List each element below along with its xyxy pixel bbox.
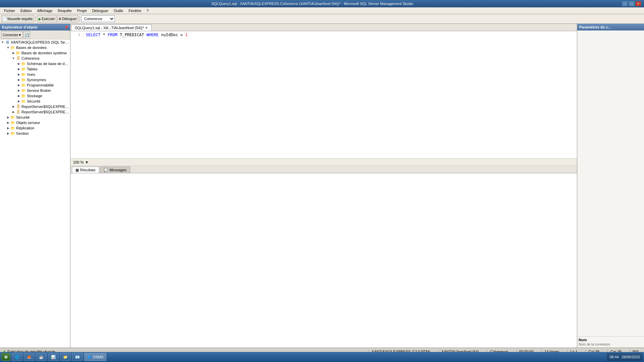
tree-icon-databases: 📁 <box>10 45 15 50</box>
new-query-button[interactable]: 📄 Nouvelle requête <box>1 15 34 22</box>
props-header: Paramètres de c... <box>577 24 644 31</box>
tree-expand-system-dbs[interactable]: ▶ <box>11 51 15 55</box>
tray-date: 28/06/2015 <box>622 355 640 359</box>
sql-from: FROM <box>108 33 117 37</box>
menu-bar: Fichier Edition Affichage Requête Projet… <box>0 7 644 14</box>
menu-edition[interactable]: Edition <box>18 8 35 13</box>
tree-expand-server-objects[interactable]: ▶ <box>6 121 10 125</box>
tree-node-service-broker[interactable]: ▶📁Service Broker <box>0 88 70 93</box>
tree-node-report-server-temp[interactable]: ▶🗄ReportServer$SQLEXPRESSTempD... <box>0 109 70 115</box>
tree-node-programmability[interactable]: ▶📁Programmabilité <box>0 82 70 88</box>
oe-refresh-button[interactable]: 🔄 <box>23 31 30 39</box>
debug-button[interactable]: ⚙ Déboguer <box>57 15 78 22</box>
tree-expand-server[interactable]: ▼ <box>1 40 5 44</box>
results-area: ▦ Résultats 💬 Messages <box>70 166 577 348</box>
tree-expand-service-broker[interactable]: ▶ <box>17 88 21 93</box>
title-bar: SQLQuery1.sql - XANTIA\SQLEXPRESS.Cohere… <box>0 0 644 7</box>
tree-expand-schemas[interactable]: ▶ <box>17 62 21 66</box>
sql-editor[interactable]: 1 SELECT * FROM T_PREDICAT WHERE nuIdDoc… <box>70 31 577 159</box>
new-query-label: Nouvelle requête <box>7 17 33 21</box>
tree-node-views[interactable]: ▶📁Vues <box>0 72 70 77</box>
tree-expand-programmability[interactable]: ▶ <box>17 83 21 87</box>
maximize-button[interactable]: □ <box>629 1 635 6</box>
tree-expand-storage[interactable]: ▶ <box>17 94 21 98</box>
results-grid[interactable] <box>70 173 577 348</box>
tree-node-security[interactable]: ▶📁Sécurité <box>0 115 70 120</box>
tree-node-schemas[interactable]: ▶📁Schémas de base de données <box>0 61 70 66</box>
sql-space5 <box>159 33 161 37</box>
taskbar-firefox[interactable]: 🦊 <box>24 353 35 361</box>
tree-label-server: XANTIA\SQLEXPRESS (SQL Server 12.0.200..… <box>10 40 69 44</box>
tree-node-system-dbs[interactable]: ▶📁Bases de données système <box>0 50 70 56</box>
tree-label-synonyms: Synonymes <box>26 78 46 82</box>
execute-button[interactable]: ▶ Exécuter <box>37 15 56 22</box>
tree-expand-replication[interactable]: ▶ <box>6 126 10 130</box>
tree-node-coherence[interactable]: ▼🗄Coherence <box>0 56 70 61</box>
sql-space2 <box>105 33 108 37</box>
menu-fichier[interactable]: Fichier <box>1 8 18 13</box>
taskbar-outlook[interactable]: 📧 <box>72 353 83 361</box>
results-tab-messages[interactable]: 💬 Messages <box>100 167 130 173</box>
tree-node-management[interactable]: ▶📁Gestion <box>0 131 70 136</box>
tree-node-databases[interactable]: ▼📁Bases de données <box>0 45 70 50</box>
tree-expand-views[interactable]: ▶ <box>17 72 21 76</box>
database-dropdown[interactable]: Coherence <box>81 15 115 22</box>
tree-node-security-db[interactable]: ▶📁Sécurité <box>0 99 70 104</box>
tree-icon-coherence: 🗄 <box>15 56 21 61</box>
menu-requete[interactable]: Requête <box>55 8 74 13</box>
taskbar-ssms[interactable]: 🔷 SSMS <box>84 353 106 361</box>
start-button[interactable]: ⊞ <box>1 353 10 361</box>
menu-projet[interactable]: Projet <box>74 8 90 13</box>
tree-node-replication[interactable]: ▶📁Réplication <box>0 125 70 131</box>
zoom-dropdown-icon[interactable]: ▼ <box>85 160 89 164</box>
menu-help[interactable]: ? <box>144 8 151 13</box>
tree-expand-management[interactable]: ▶ <box>6 131 10 135</box>
tree-expand-synonyms[interactable]: ▶ <box>17 78 21 82</box>
tree-expand-coherence[interactable]: ▼ <box>11 56 15 60</box>
tree-icon-report-server-temp: 🗄 <box>15 110 21 114</box>
tree-icon-replication: 📁 <box>10 126 15 130</box>
tree-expand-security[interactable]: ▶ <box>6 115 10 119</box>
tree-expand-security-db[interactable]: ▶ <box>17 99 21 103</box>
tree-icon-views: 📁 <box>21 72 26 77</box>
zoom-bar: 100 % ▼ <box>70 159 577 166</box>
tree-label-views: Vues <box>26 72 35 76</box>
menu-debogueur[interactable]: Déboguer <box>90 8 111 13</box>
tree-node-report-server[interactable]: ▶🗄ReportServer$SQLEXPRESS <box>0 104 70 109</box>
messages-label: Messages <box>110 168 126 172</box>
tree-label-system-dbs: Bases de données système <box>21 51 67 55</box>
taskbar-netbeans[interactable]: ☕ <box>36 353 47 361</box>
tree-node-storage[interactable]: ▶📁Stockage <box>0 93 70 99</box>
tree-label-programmability: Programmabilité <box>26 83 54 87</box>
results-tab-resultats[interactable]: ▦ Résultats <box>72 167 99 173</box>
taskbar-ie[interactable]: 🌐 <box>12 353 22 361</box>
tree-node-synonyms[interactable]: ▶📁Synonymes <box>0 77 70 82</box>
tree-node-server-objects[interactable]: ▶📁Objets serveur <box>0 120 70 125</box>
execute-label: Exécuter <box>42 17 55 21</box>
taskbar-explorer[interactable]: 📁 <box>60 353 71 361</box>
menu-affichage[interactable]: Affichage <box>35 8 55 13</box>
tree-expand-report-server[interactable]: ▶ <box>11 105 15 109</box>
tree-icon-programmability: 📁 <box>21 83 26 87</box>
menu-fenetre[interactable]: Fenêtre <box>126 8 144 13</box>
tab-close-button[interactable]: ✕ <box>145 26 148 29</box>
taskbar-excel[interactable]: 📊 <box>48 353 59 361</box>
query-tab[interactable]: SQLQuery1.sql - XA...TIA\JeanNoel (54))*… <box>71 24 152 31</box>
tree-icon-system-dbs: 📁 <box>15 51 21 55</box>
tree-icon-server-objects: 📁 <box>10 120 15 125</box>
menu-outils[interactable]: Outils <box>111 8 126 13</box>
sql-select: SELECT <box>86 33 100 37</box>
tree-expand-databases[interactable]: ▼ <box>6 46 10 50</box>
main-area: Explorateur d'objets 📌 Connecter▼ 🔄 ▼🖥XA… <box>0 24 644 348</box>
minimize-button[interactable]: − <box>622 1 628 6</box>
connect-button[interactable]: Connecter▼ <box>1 31 23 39</box>
close-button[interactable]: ✕ <box>635 1 641 6</box>
sql-table-name: T_PREDICAT <box>120 33 144 37</box>
tree-node-tables[interactable]: ▶📁Tables <box>0 66 70 72</box>
tree-expand-report-server-temp[interactable]: ▶ <box>11 110 15 114</box>
sql-where: WHERE <box>147 33 159 37</box>
sql-space6: = <box>178 33 185 37</box>
oe-connect-toolbar: Connecter▼ 🔄 <box>0 31 70 40</box>
tree-expand-tables[interactable]: ▶ <box>17 67 21 71</box>
tree-node-server[interactable]: ▼🖥XANTIA\SQLEXPRESS (SQL Server 12.0.200… <box>0 40 70 45</box>
